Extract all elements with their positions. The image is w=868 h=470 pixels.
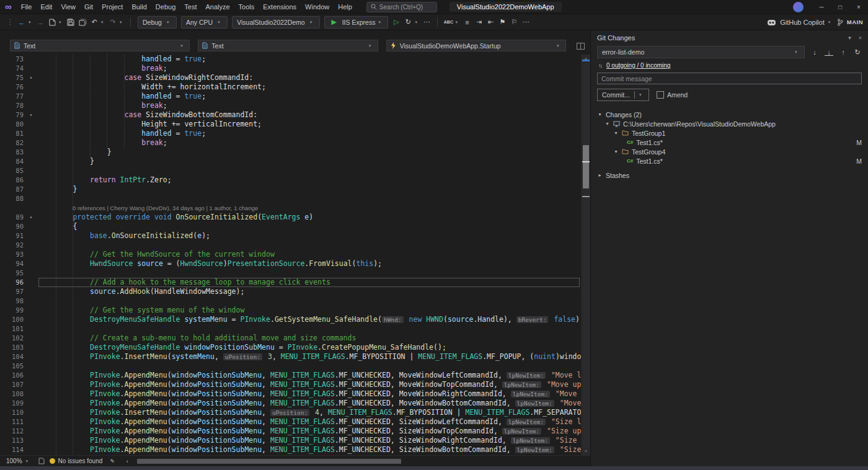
code-line-82[interactable]: 82 break; <box>0 138 581 148</box>
code-editor[interactable]: 73 handled = true;74 break;75▾ case Size… <box>0 55 590 455</box>
editor-vertical-scrollbar[interactable]: ▴ ▾ <box>581 55 590 455</box>
menu-git[interactable]: Git <box>80 3 97 11</box>
fetch-icon[interactable]: ↓ <box>810 48 819 56</box>
push-icon[interactable]: ↑ <box>839 48 848 56</box>
navigate-forward-icon[interactable]: → <box>35 17 45 28</box>
code-line-92[interactable]: 92 <box>0 241 581 250</box>
show-whitespace-icon[interactable]: ≡ <box>462 17 472 28</box>
panel-chevron-down-icon[interactable]: ▾ <box>848 35 851 41</box>
menu-edit[interactable]: Edit <box>36 3 56 11</box>
outgoing-incoming-link[interactable]: 0 outgoing / 0 incoming <box>606 62 670 69</box>
checkbox-icon[interactable] <box>657 91 664 99</box>
branch-selector-dropdown[interactable]: error-list-demo ▾ <box>597 46 805 58</box>
hot-reload-dropdown-icon[interactable]: ▾ <box>415 20 420 25</box>
code-line-78[interactable]: 78 break; <box>0 101 581 110</box>
menu-help[interactable]: Help <box>334 3 356 11</box>
menu-project[interactable]: Project <box>97 3 127 11</box>
toolbar-overflow-icon[interactable]: ⋯ <box>422 17 432 28</box>
branch-name-label[interactable]: MAIN <box>847 19 863 25</box>
code-line-103[interactable]: 103 DestroyMenuSafeHandle windowPosition… <box>0 343 581 352</box>
menu-view[interactable]: View <box>56 3 80 11</box>
menu-tools[interactable]: Tools <box>234 3 259 11</box>
scroll-left-icon[interactable]: ‹ <box>122 456 132 467</box>
code-line-102[interactable]: 102 // Create a sub-menu to hold additio… <box>0 334 581 343</box>
code-line-104[interactable]: 104 PInvoke.InsertMenu(systemMenu, uPosi… <box>0 352 581 361</box>
file-row[interactable]: C# Test1.cs* M <box>591 138 868 147</box>
menu-test[interactable]: Test <box>180 3 201 11</box>
code-line-97[interactable]: 97 source.AddHook(HandleWindowMessage); <box>0 287 581 296</box>
save-icon[interactable] <box>66 17 76 28</box>
outdent-icon[interactable]: ⇤ <box>485 17 495 28</box>
copilot-label[interactable]: GitHub Copilot <box>780 19 825 26</box>
tree-open-icon[interactable]: ▾ <box>613 149 619 154</box>
code-line-73[interactable]: 73 handled = true; <box>0 55 581 64</box>
solution-configurations-dropdown[interactable]: Debug ▾ <box>138 16 177 29</box>
zoom-dropdown[interactable]: 100% ▾ <box>4 458 33 464</box>
navigate-back-icon[interactable]: ← <box>17 17 27 28</box>
code-line-84[interactable]: 84 } <box>0 157 581 166</box>
undo-icon[interactable]: ↶ <box>89 17 99 28</box>
code-line-114[interactable]: 114 PInvoke.AppendMenu(windowPositionSub… <box>0 445 581 454</box>
menu-extensions[interactable]: Extensions <box>259 3 301 11</box>
avatar[interactable] <box>793 2 804 12</box>
scrollbar-thumb[interactable] <box>583 145 589 188</box>
code-line-76[interactable]: 76 Width += horizontalIncrement; <box>0 82 581 92</box>
menu-debug[interactable]: Debug <box>151 3 180 11</box>
code-line-75[interactable]: 75▾ case SizeWindowRightCommandId: <box>0 73 581 82</box>
tree-open-icon[interactable]: ▾ <box>613 130 619 136</box>
code-line-91[interactable]: 91 base.OnSourceInitialized(e); <box>0 231 581 241</box>
code-line-99[interactable]: 99 // Get the system menu of the window <box>0 306 581 315</box>
type-nav-dropdown[interactable]: Text ▾ <box>198 40 378 51</box>
solution-platforms-dropdown[interactable]: Any CPU ▾ <box>181 16 228 29</box>
redo-icon[interactable]: ↷ <box>108 17 118 28</box>
code-line-105[interactable]: 105 <box>0 361 581 371</box>
editor-horizontal-scrollbar[interactable] <box>137 458 584 464</box>
hot-reload-icon[interactable]: ↻ <box>403 17 413 28</box>
folder-row[interactable]: ▾ TestGroup4 <box>591 147 868 156</box>
tree-open-icon[interactable]: ▾ <box>604 121 610 126</box>
issues-status[interactable]: No issues found <box>50 458 103 464</box>
spell-check-dropdown-icon[interactable]: ▾ <box>455 20 460 25</box>
menu-build[interactable]: Build <box>127 3 151 11</box>
code-line-86[interactable]: 86 return IntPtr.Zero; <box>0 175 581 185</box>
menu-window[interactable]: Window <box>301 3 334 11</box>
codelens-info[interactable]: 0 references | Cherry Wang (DevDiv), 34 … <box>0 203 581 213</box>
repo-root-row[interactable]: ▾ C:\Users\cherwan\Repos\VisualStudioDem… <box>591 119 868 128</box>
github-copilot-icon[interactable] <box>767 19 776 26</box>
fold-collapse-icon[interactable]: ▾ <box>24 110 38 120</box>
split-editor-icon[interactable] <box>574 41 588 51</box>
code-line-112[interactable]: 112 PInvoke.AppendMenu(windowPositionSub… <box>0 427 581 436</box>
code-line-100[interactable]: 100 DestroyMenuSafeHandle systemMenu = P… <box>0 315 581 324</box>
code-line-106[interactable]: 106 PInvoke.AppendMenu(windowPositionSub… <box>0 371 581 380</box>
stashes-section-header[interactable]: ▸ Stashes <box>591 171 868 180</box>
startup-project-dropdown[interactable]: VisualStudio2022Demo ▾ <box>232 16 320 29</box>
panel-close-icon[interactable]: × <box>859 35 862 41</box>
code-line-93[interactable]: 93 // Get the HwndSource of the current … <box>0 250 581 259</box>
code-line-108[interactable]: 108 PInvoke.AppendMenu(windowPositionSub… <box>0 389 581 399</box>
save-all-icon[interactable] <box>78 17 87 28</box>
minimize-button[interactable]: ─ <box>812 0 831 14</box>
project-nav-dropdown[interactable]: Text ▾ <box>10 40 190 51</box>
member-nav-dropdown[interactable]: VisualStudioDemoWebApp.Startup ▾ <box>386 40 566 51</box>
undo-dropdown-icon[interactable]: ▾ <box>101 20 106 25</box>
navigate-back-dropdown-icon[interactable]: ▾ <box>29 20 33 25</box>
start-debugging-button[interactable]: ▶ IIS Express ▾ <box>324 16 389 29</box>
pull-icon[interactable]: ↓ <box>825 49 833 56</box>
code-line-110[interactable]: 110 PInvoke.InsertMenu(windowPositionSub… <box>0 408 581 417</box>
code-line-113[interactable]: 113 PInvoke.AppendMenu(windowPositionSub… <box>0 436 581 445</box>
sync-icon[interactable]: ↻ <box>853 48 862 56</box>
tree-closed-icon[interactable]: ▸ <box>597 172 603 178</box>
code-line-85[interactable]: 85 <box>0 166 581 175</box>
scroll-down-icon[interactable]: ▾ <box>582 448 590 455</box>
code-line-89[interactable]: 89▾ protected override void OnSourceInit… <box>0 213 581 222</box>
code-line-83[interactable]: 83 } <box>0 148 581 157</box>
copilot-dropdown-icon[interactable]: ▾ <box>828 20 833 25</box>
code-line-79[interactable]: 79▾ case SizeWindowBottomCommandId: <box>0 110 581 120</box>
changes-section-header[interactable]: ▾ Changes (2) <box>591 110 868 119</box>
bookmark-list-icon[interactable]: ⚐ <box>509 17 519 28</box>
maximize-button[interactable]: □ <box>831 0 849 14</box>
amend-checkbox[interactable]: Amend <box>657 91 688 99</box>
tree-open-icon[interactable]: ▾ <box>597 112 603 117</box>
new-file-dropdown-icon[interactable]: ▾ <box>59 20 64 25</box>
indent-icon[interactable]: ⇥ <box>474 17 484 28</box>
